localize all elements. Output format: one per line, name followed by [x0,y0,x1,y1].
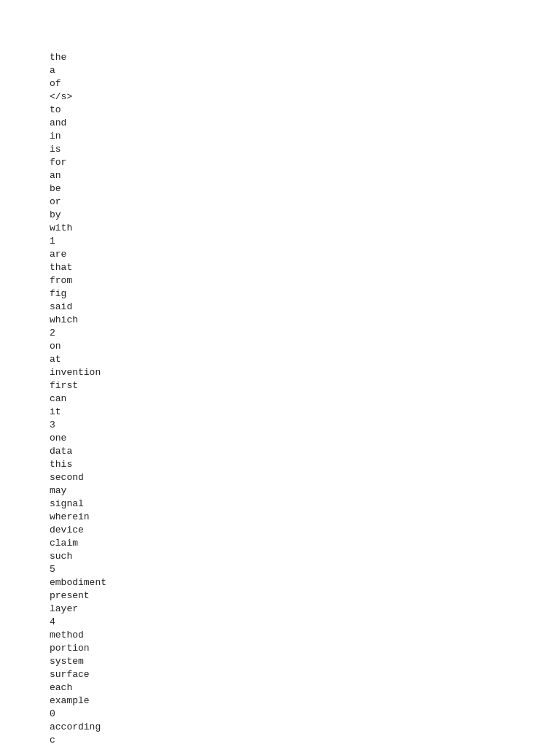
list-item: portion [50,642,560,655]
list-item: claim [50,537,560,550]
list-item: may [50,484,560,498]
list-item: with [50,222,560,235]
list-item: to [50,104,560,117]
list-item: c [50,734,560,747]
list-item: from [50,274,560,287]
list-item: 1 [50,235,560,248]
list-item: be [50,182,560,196]
list-item: and [50,117,560,130]
list-item: one [50,432,560,445]
list-item: </s> [50,90,560,104]
list-item: an [50,169,560,182]
list-item: example [50,694,560,708]
list-item: signal [50,498,560,511]
list-item: second [50,471,560,484]
list-item: this [50,458,560,471]
list-item: 3 [50,419,560,432]
list-item: embodiment [50,576,560,589]
list-item: the [50,51,560,64]
list-item: can [50,392,560,406]
list-item: first [50,379,560,392]
list-item: method [50,629,560,642]
list-item: present [50,589,560,603]
list-item: 0 [50,708,560,721]
list-item: each [50,681,560,694]
list-item: said [50,301,560,314]
list-item: 2 [50,327,560,340]
list-item: 5 [50,563,560,576]
list-item: according [50,721,560,734]
list-item: at [50,353,560,366]
list-item: such [50,550,560,563]
list-item: 4 [50,616,560,629]
list-item: system [50,655,560,668]
list-item: of [50,77,560,90]
list-item: it [50,406,560,419]
list-item: which [50,314,560,327]
list-item: for [50,156,560,169]
list-item: data [50,445,560,458]
list-item: or [50,196,560,209]
list-item: wherein [50,511,560,524]
list-item: are [50,248,560,261]
word-list: theaof</s>toandinisforanbeorbywith1areth… [0,0,560,747]
list-item: a [50,64,560,77]
list-item: by [50,209,560,222]
list-item: on [50,340,560,353]
list-item: device [50,524,560,537]
list-item: that [50,261,560,274]
list-item: is [50,143,560,156]
list-item: invention [50,366,560,379]
list-item: surface [50,668,560,681]
list-item: layer [50,603,560,616]
list-item: fig [50,287,560,301]
list-item: in [50,130,560,143]
